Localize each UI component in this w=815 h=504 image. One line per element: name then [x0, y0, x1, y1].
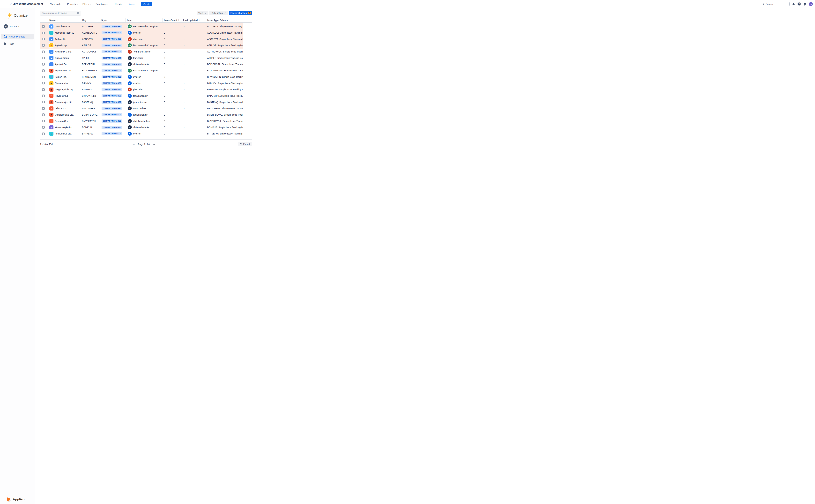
header-cell-key[interactable]: Key▲▼	[81, 18, 100, 22]
table-row[interactable]: ☁Kihujlufuw Corp.AUTMOVYGSCOMPANY MANAGE…	[40, 49, 243, 55]
header-cell-updated[interactable]: Last Updated▲▼	[182, 18, 206, 22]
row-checkbox[interactable]	[42, 120, 45, 122]
row-checkbox[interactable]	[42, 113, 45, 116]
project-name: Susiok Group	[55, 57, 69, 59]
export-button[interactable]: Export	[238, 142, 252, 146]
row-checkbox[interactable]	[42, 76, 45, 78]
table-row[interactable]: ▤Etamubazjod Ltd.BKSTRXQCOMPANY MANAGEDJ…	[40, 99, 243, 105]
table-row[interactable]: ▬Jinaceara Inc.BIRKIVXCOMPANY MANAGEDEev…	[40, 80, 243, 86]
row-checkbox[interactable]	[42, 63, 45, 66]
row-checkbox[interactable]	[42, 25, 45, 28]
table-row[interactable]: ⚒Josjanro Corp.BNVSKAYOILCOMPANY MANAGED…	[40, 118, 243, 124]
last-updated: -	[184, 107, 185, 110]
table-row[interactable]: ◉Tujifunekbel Ltd.BGJORMYROICOMPANY MANA…	[40, 67, 243, 74]
jira-logo-icon[interactable]	[9, 2, 12, 6]
row-checkbox[interactable]	[42, 38, 45, 40]
table-row[interactable]: ●Zafuczi Inc.BHWSUMRNCOMPANY MANAGEDEeva…	[40, 74, 243, 80]
lead-name: Ben Warwick-Champion	[133, 44, 158, 47]
lead-name: omar.darboe	[133, 107, 146, 110]
nav-item-dashboards[interactable]: Dashboards	[93, 0, 113, 8]
lead-name: phan.kim	[133, 88, 142, 91]
last-updated: -	[184, 126, 185, 129]
issue-count: 0	[164, 88, 165, 91]
next-page-arrow-icon[interactable]: →	[153, 143, 155, 146]
nav-item-people[interactable]: People	[113, 0, 127, 8]
project-name: Agfo Group	[55, 44, 67, 47]
sidebar-item-trash[interactable]: Trash	[1, 41, 34, 47]
table-row[interactable]: ⚒Hovzu GroupBKPGVHNLBCOMPANY MANAGEDTtah…	[40, 93, 243, 99]
project-key: ACTDGZG	[82, 25, 93, 28]
project-name: Etamubazjod Ltd.	[55, 101, 73, 104]
row-checkbox[interactable]	[42, 88, 45, 91]
table-row[interactable]: ☁Susiok GroupAYLFJRCOMPANY MANAGEDFfran.…	[40, 55, 243, 61]
last-updated: -	[184, 88, 185, 91]
header-cell-count[interactable]: Issue Count▲▼	[163, 18, 182, 22]
table-row[interactable]: ▣Nelgutagaful Corp.BKNPDDTCOMPANY MANAGE…	[40, 86, 243, 93]
coffee-cup-icon: ☕	[49, 132, 53, 136]
table-row[interactable]: ▯Apoju & Co.BDPIORCRLCOMPANY MANAGEDZzla…	[40, 61, 243, 67]
previous-page-arrow-icon[interactable]: ←	[133, 143, 135, 146]
table-row[interactable]: ◎Marketing Team v2AEOTLOQTFGCOMPANY MANA…	[40, 30, 243, 36]
go-back-button[interactable]: ← Go back	[4, 24, 35, 29]
table-row[interactable]: ◕Vensazofojku Ltd.BOMKUBCOMPANY MANAGEDZ…	[40, 124, 243, 131]
nav-item-filters[interactable]: Filters	[80, 0, 93, 8]
lead-avatar: J	[128, 100, 132, 104]
lead-avatar: E	[128, 75, 132, 79]
row-checkbox[interactable]	[42, 32, 45, 34]
row-checkbox[interactable]	[42, 95, 45, 97]
sidebar-divider	[1, 32, 34, 32]
header-cell-select	[40, 18, 47, 22]
table-row[interactable]: ☕Fiheluohvuc Ltd.BPTVEPWCOMPANY MANAGEDE…	[40, 131, 243, 137]
project-name: Fiheluohvuc Ltd.	[55, 132, 72, 135]
sort-icon[interactable]: ▲▼	[178, 20, 179, 21]
header-cell-lead: Lead	[126, 18, 163, 22]
project-name: Tujifunekbel Ltd.	[55, 69, 72, 72]
issue-count: 0	[164, 25, 165, 28]
row-checkbox[interactable]	[42, 133, 45, 135]
row-checkbox[interactable]	[42, 57, 45, 59]
row-checkbox[interactable]	[42, 51, 45, 53]
table-row[interactable]: ▲Juupobejani Inc.ACTDGZGCOMPANY MANAGEDB…	[40, 23, 243, 30]
table-row[interactable]: ◉Uletefojakukig Ltd.BMBNFBSVKZCOMPANY MA…	[40, 112, 243, 118]
project-search-input[interactable]	[42, 12, 77, 14]
project-search-box[interactable]: ✕	[40, 11, 81, 15]
view-button[interactable]: View	[197, 11, 208, 15]
nav-item-apps[interactable]: Apps	[127, 0, 139, 8]
project-name: Kihujlufuw Corp.	[55, 50, 72, 53]
nav-item-your-work[interactable]: Your work	[48, 0, 65, 8]
sidebar-item-active-projects[interactable]: Active Projects	[1, 34, 34, 39]
header-spacer	[243, 18, 252, 22]
lead-avatar: O	[128, 106, 132, 110]
table-header: Name▲▼Key▲▼StyleLeadIssue Count▲▼Last Up…	[40, 18, 252, 23]
chevron-down-icon	[77, 4, 78, 5]
project-key: BKPGVHNLB	[82, 95, 96, 97]
horizontal-scrollbar[interactable]	[40, 139, 252, 140]
table-row[interactable]: ≡Jebiz & Co.BKZZJHPPKCOMPANY MANAGEDOoma…	[40, 105, 243, 112]
table-row[interactable]: ⚑Agfo GroupASULSFCOMPANY MANAGEDBWBen Wa…	[40, 42, 243, 49]
terminal-icon: ▤	[49, 100, 53, 104]
page-indicator: Page 1 of 6	[138, 143, 150, 146]
review-changes-button[interactable]: Review changes 4	[229, 11, 252, 15]
app-switcher-icon[interactable]	[2, 3, 5, 5]
row-checkbox[interactable]	[42, 82, 45, 84]
row-checkbox[interactable]	[42, 69, 45, 72]
optimizer-brand: Optimizer	[0, 8, 35, 19]
sort-icon[interactable]: ▲▼	[88, 20, 89, 21]
issue-type-scheme: BDPIORCRL: Simple Issue Trackin...	[207, 63, 243, 66]
lead-name: Tom Buhl-Nielsen	[133, 50, 151, 53]
row-checkbox[interactable]	[42, 44, 45, 47]
sort-icon[interactable]: ▲▼	[199, 20, 200, 21]
table-body: ▲Juupobejani Inc.ACTDGZGCOMPANY MANAGEDB…	[40, 23, 243, 137]
row-checkbox[interactable]	[42, 126, 45, 129]
table-row[interactable]: ☁Tuthooj Ltd.ASOEGYACOMPANY MANAGEDPphan…	[40, 36, 243, 42]
project-key: BIRKIVX	[82, 82, 91, 85]
create-button[interactable]: Create	[141, 2, 152, 6]
nav-item-projects[interactable]: Projects	[65, 0, 80, 8]
bulk-action-button[interactable]: Bulk action	[209, 11, 228, 15]
header-cell-name[interactable]: Name▲▼	[47, 18, 81, 22]
lead-name: taha.kandamir	[133, 113, 148, 116]
row-checkbox[interactable]	[42, 107, 45, 110]
row-checkbox[interactable]	[42, 101, 45, 103]
sort-icon[interactable]: ▲▼	[57, 20, 58, 21]
clear-search-icon[interactable]: ✕	[77, 12, 79, 14]
